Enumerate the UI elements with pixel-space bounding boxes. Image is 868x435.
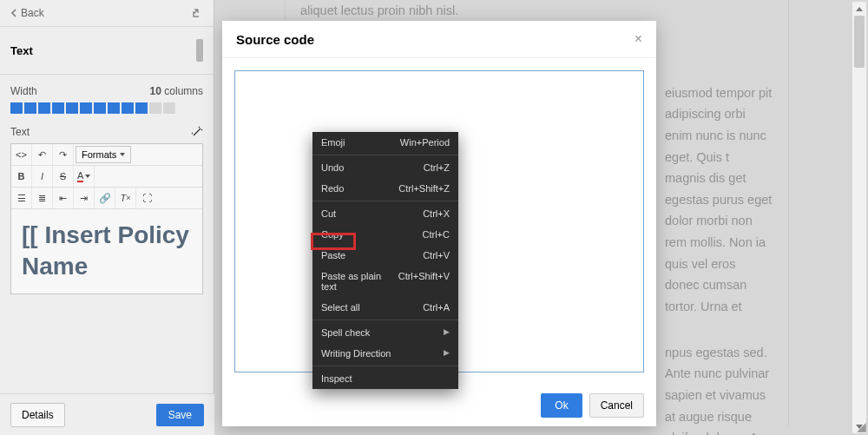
clear-formatting-button[interactable]: T× [115,188,136,208]
ctx-cut[interactable]: CutCtrl+X [312,203,458,224]
details-button[interactable]: Details [10,403,65,427]
formats-dropdown[interactable]: Formats [76,146,131,163]
bullet-list-button[interactable]: ☰ [11,188,32,208]
ctx-paste-plain[interactable]: Paste as plain textCtrl+Shift+V [312,266,458,297]
wand-icon [191,126,203,138]
rich-text-editor: <> ↶ ↷ Formats B I S A ☰ ≣ ⇤ ⇥ 🔗 T× [10,143,203,294]
triangle-up-icon [856,7,863,11]
cancel-button[interactable]: Cancel [589,393,644,418]
modal-title: Source code [236,32,314,47]
back-button[interactable]: Back [10,7,44,19]
magic-wand-button[interactable] [191,126,203,138]
indent-button[interactable]: ⇥ [74,188,95,208]
resize-grip-icon: ◢ [857,419,866,433]
ctx-spell-check[interactable]: Spell check▶ [312,322,458,343]
undo-button[interactable]: ↶ [32,144,53,165]
main-scrollbar[interactable] [852,2,866,433]
external-link-icon [191,7,203,19]
italic-button[interactable]: I [32,166,53,187]
fullscreen-button[interactable]: ⛶ [136,188,157,208]
redo-button[interactable]: ↷ [53,144,74,165]
width-column-slider[interactable] [10,102,203,114]
external-link-button[interactable] [191,7,203,19]
width-label: Width [10,85,37,97]
bold-button[interactable]: B [11,166,32,187]
ctx-emoji[interactable]: EmojiWin+Period [312,132,458,153]
section-scrollbar-thumb[interactable] [196,39,203,62]
outdent-button[interactable]: ⇤ [53,188,74,208]
ctx-select-all[interactable]: Select allCtrl+A [312,297,458,318]
ctx-redo[interactable]: RedoCtrl+Shift+Z [312,178,458,199]
ctx-copy[interactable]: CopyCtrl+C [312,224,458,245]
section-title: Text [10,44,33,57]
scroll-thumb[interactable] [854,16,865,68]
save-button[interactable]: Save [156,404,204,426]
columns-readout: 10 columns [150,85,203,97]
text-color-button[interactable]: A [74,166,95,187]
formats-label: Formats [82,149,116,160]
left-properties-panel: Back Text Width 10 columns Text <> ↶ [0,0,214,435]
ctx-undo[interactable]: UndoCtrl+Z [312,157,458,178]
scroll-up-button[interactable] [852,2,866,16]
chevron-left-icon [10,9,17,17]
caret-down-icon [120,153,125,156]
ok-button[interactable]: Ok [541,393,582,418]
back-label: Back [21,7,44,19]
editor-content[interactable]: [[ Insert Policy Name [11,209,202,293]
text-field-label: Text [10,126,30,138]
ctx-paste[interactable]: PasteCtrl+V [312,245,458,266]
numbered-list-button[interactable]: ≣ [32,188,53,208]
context-menu: EmojiWin+Period UndoCtrl+Z RedoCtrl+Shif… [312,132,458,389]
link-button[interactable]: 🔗 [95,188,115,208]
ctx-writing-direction[interactable]: Writing Direction▶ [312,343,458,364]
strikethrough-button[interactable]: S [53,166,74,187]
ctx-inspect[interactable]: Inspect [312,368,458,389]
source-code-button[interactable]: <> [11,144,32,165]
modal-close-button[interactable]: × [635,31,642,47]
